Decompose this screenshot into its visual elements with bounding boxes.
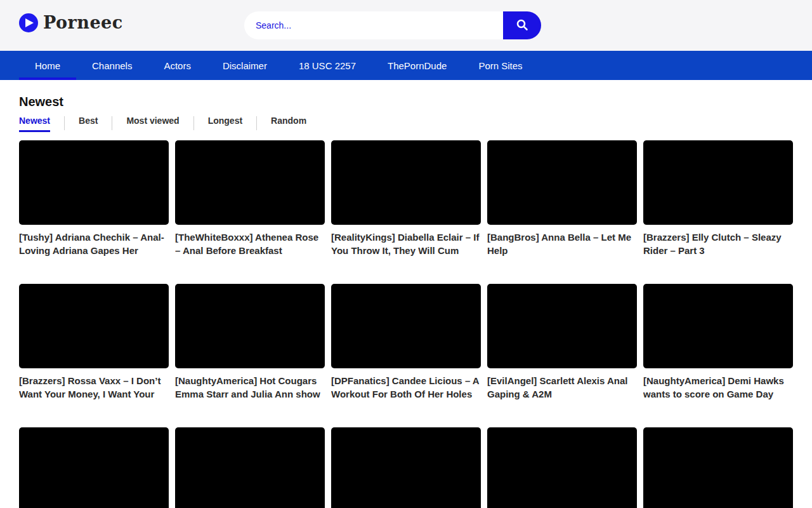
tab-newest[interactable]: Newest (19, 116, 64, 132)
video-card[interactable] (643, 427, 793, 508)
nav-item-18usc2257[interactable]: 18 USC 2257 (283, 51, 372, 80)
video-card[interactable] (487, 427, 637, 508)
video-thumbnail[interactable] (175, 140, 325, 225)
video-card[interactable] (175, 427, 325, 508)
search-input[interactable] (244, 11, 503, 39)
nav-item-home[interactable]: Home (19, 51, 76, 80)
video-card[interactable] (19, 427, 169, 508)
video-thumbnail[interactable] (643, 284, 793, 368)
search-button[interactable] (503, 11, 541, 39)
video-thumbnail[interactable] (19, 284, 169, 368)
video-thumbnail[interactable] (175, 427, 325, 508)
nav-item-disclaimer[interactable]: Disclaimer (207, 51, 283, 80)
site-name: Porneec (43, 13, 123, 32)
video-thumbnail[interactable] (643, 427, 793, 508)
video-card[interactable] (331, 427, 481, 508)
video-card[interactable]: [Brazzers] Elly Clutch – Sleazy Rider – … (643, 140, 793, 257)
video-thumbnail[interactable] (19, 427, 169, 508)
video-title[interactable]: [Brazzers] Elly Clutch – Sleazy Rider – … (643, 231, 793, 257)
video-title[interactable]: [DPFanatics] Candee Licious – A Workout … (331, 374, 481, 401)
video-title[interactable]: [Tushy] Adriana Chechik – Anal-Loving Ad… (19, 231, 169, 257)
video-title[interactable]: [RealityKings] Diabella Eclair – If You … (331, 231, 481, 257)
video-card[interactable]: [Brazzers] Rossa Vaxx – I Don’t Want You… (19, 284, 169, 401)
video-card[interactable]: [DPFanatics] Candee Licious – A Workout … (331, 284, 481, 401)
video-thumbnail[interactable] (331, 284, 481, 368)
video-card[interactable]: [NaughtyAmerica] Demi Hawks wants to sco… (643, 284, 793, 401)
video-thumbnail[interactable] (331, 140, 481, 225)
tab-random[interactable]: Random (256, 116, 320, 130)
main-nav: Home Channels Actors Disclaimer 18 USC 2… (0, 51, 812, 80)
video-title[interactable]: [NaughtyAmerica] Hot Cougars Emma Starr … (175, 374, 325, 401)
main-content: Newest Newest Best Most viewed Longest R… (19, 95, 793, 508)
video-title[interactable]: [TheWhiteBoxxx] Athenea Rose – Anal Befo… (175, 231, 325, 257)
search-bar (244, 11, 541, 39)
search-icon (515, 18, 529, 34)
video-title[interactable]: [NaughtyAmerica] Demi Hawks wants to sco… (643, 374, 793, 401)
video-title[interactable]: [Brazzers] Rossa Vaxx – I Don’t Want You… (19, 374, 169, 401)
video-title[interactable]: [BangBros] Anna Bella – Let Me Help (487, 231, 637, 257)
nav-item-theporndude[interactable]: ThePornDude (372, 51, 462, 80)
video-title[interactable]: [EvilAngel] Scarlett Alexis Anal Gaping … (487, 374, 637, 401)
video-card[interactable]: [BangBros] Anna Bella – Let Me Help (487, 140, 637, 257)
sort-tabs: Newest Best Most viewed Longest Random (19, 116, 793, 132)
site-logo[interactable]: Porneec (19, 13, 123, 32)
video-thumbnail[interactable] (19, 140, 169, 225)
nav-item-actors[interactable]: Actors (148, 51, 207, 80)
tab-longest[interactable]: Longest (193, 116, 256, 130)
video-card[interactable]: [EvilAngel] Scarlett Alexis Anal Gaping … (487, 284, 637, 401)
nav-item-porn-sites[interactable]: Porn Sites (462, 51, 538, 80)
video-card[interactable]: [RealityKings] Diabella Eclair – If You … (331, 140, 481, 257)
video-thumbnail[interactable] (487, 140, 637, 225)
video-thumbnail[interactable] (331, 427, 481, 508)
video-thumbnail[interactable] (487, 427, 637, 508)
video-card[interactable]: [NaughtyAmerica] Hot Cougars Emma Starr … (175, 284, 325, 401)
page-title: Newest (19, 95, 793, 109)
site-header: Porneec (0, 0, 812, 51)
video-card[interactable]: [TheWhiteBoxxx] Athenea Rose – Anal Befo… (175, 140, 325, 257)
nav-item-channels[interactable]: Channels (76, 51, 148, 80)
video-thumbnail[interactable] (643, 140, 793, 225)
tab-most-viewed[interactable]: Most viewed (112, 116, 193, 130)
video-thumbnail[interactable] (175, 284, 325, 368)
play-icon (19, 13, 38, 32)
tab-best[interactable]: Best (64, 116, 112, 130)
video-thumbnail[interactable] (487, 284, 637, 368)
video-grid: [Tushy] Adriana Chechik – Anal-Loving Ad… (19, 140, 793, 508)
video-card[interactable]: [Tushy] Adriana Chechik – Anal-Loving Ad… (19, 140, 169, 257)
